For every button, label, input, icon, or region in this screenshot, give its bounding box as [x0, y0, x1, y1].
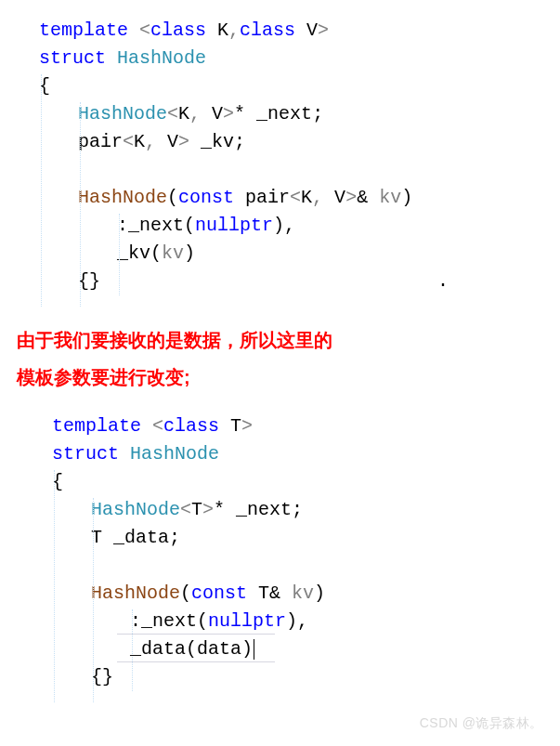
code-line: T _data; — [52, 524, 560, 552]
code-line: _data(data) — [52, 635, 560, 663]
watermark-text: CSDN @诡异森林。 — [420, 713, 543, 733]
code-line: { — [52, 468, 560, 496]
annotation-line-1: 由于我们要接收的是数据，所以这里的 — [17, 321, 560, 359]
code-line: { — [39, 72, 560, 100]
code-line: template <class T> — [52, 412, 560, 440]
code-line: :_next(nullptr), — [52, 608, 560, 635]
cursor-dot: . — [437, 268, 449, 295]
code-line-blank — [39, 156, 560, 184]
annotation-line-2: 模板参数要进行改变; — [17, 359, 560, 396]
code-line: {} . — [39, 268, 560, 295]
code-line: _kv(kv) — [39, 240, 560, 268]
code-line: struct HashNode — [52, 440, 560, 468]
code-block-2: template <class T> struct HashNode { Has… — [39, 412, 560, 691]
code-line: HashNode<T>* _next; — [52, 496, 560, 524]
code-line: {} — [52, 663, 560, 691]
annotation-text: 由于我们要接收的是数据，所以这里的 模板参数要进行改变; — [17, 321, 560, 396]
code-block-1: template <class K,class V> struct HashNo… — [39, 17, 560, 295]
code-line: HashNode(const T& kv) — [52, 580, 560, 608]
text-cursor — [254, 639, 254, 660]
code-line: HashNode<K, V>* _next; — [39, 100, 560, 128]
code-line: pair<K, V> _kv; — [39, 128, 560, 156]
keyword-template: template — [39, 17, 128, 45]
code-line-blank — [52, 552, 560, 580]
code-line: struct HashNode — [39, 45, 560, 72]
code-line: HashNode(const pair<K, V>& kv) — [39, 184, 560, 212]
keyword-struct: struct — [39, 45, 106, 72]
code-line: template <class K,class V> — [39, 17, 560, 45]
code-line: :_next(nullptr), — [39, 212, 560, 240]
